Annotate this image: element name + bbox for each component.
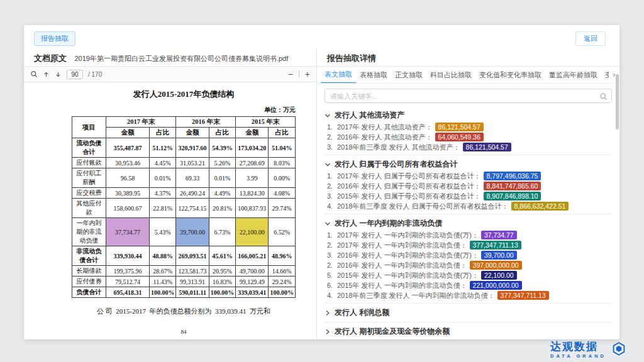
table-cell: 269,093.51 [176, 246, 209, 266]
tab-2[interactable]: 表格抽取 [356, 67, 391, 84]
col-subheader: 金额 [236, 128, 269, 138]
table-cell: 5.26% [209, 158, 236, 168]
item-label: 2018年前三季度 发行人 其他流动资产： [337, 143, 460, 152]
section-header[interactable]: 发行人 其他流动资产 [325, 109, 612, 122]
table-cell: 0.00% [269, 168, 296, 188]
table-cell: 96.58 [106, 168, 149, 188]
row-label: 流动负债合计 [72, 138, 106, 158]
keyword-search-input[interactable] [325, 89, 612, 103]
item-index: 6. [327, 282, 335, 289]
chevron-right-icon[interactable] [325, 310, 331, 316]
document-page-number: 84 [72, 329, 296, 335]
main-panels: 文档原文 2019年第一期贵阳白云工业发展投资有限公司公司债券募集说明书.pdf… [24, 49, 619, 339]
section-header[interactable]: 发行人 一年内到期的非流动负债 [325, 217, 612, 230]
table-cell: 30,953.46 [106, 158, 149, 168]
page-down-icon[interactable] [55, 71, 62, 78]
table-cell: 166,005.21 [236, 246, 269, 266]
document-paragraph: 公 司 2015-2017 年的负债总额分别为 339,039.41 万元和 [72, 307, 296, 316]
section-title: 发行人 一年内到期的非流动负债 [335, 218, 442, 229]
tab-5[interactable]: 变化值和变化率抽取 [475, 67, 545, 84]
highlighted-cell[interactable]: 37,734.77 [106, 218, 149, 246]
table-cell: 122,754.15 [176, 199, 209, 218]
value-badge[interactable]: 8,797,496,036.75 [484, 172, 541, 180]
extraction-item: 5.2015年 发行人 一年内到期的非流动负债(万)：22,100.00 [325, 270, 612, 280]
value-badge[interactable]: 86,121,504.57 [435, 123, 484, 131]
tab-6[interactable]: 董监高年龄抽取 [545, 67, 601, 84]
section-title: 发行人 其他流动资产 [335, 110, 404, 121]
search-icon[interactable] [599, 92, 608, 103]
chevron-down-icon[interactable] [325, 221, 331, 227]
pdf-page: 发行人2015-2017年负债结构 单位：万元 项目2017 年末2016 年末… [24, 82, 316, 339]
table-cell: 4.08% [269, 188, 296, 199]
row-label: 应付账款 [72, 158, 106, 168]
value-badge[interactable]: 8,841,747,865.60 [484, 182, 541, 190]
tab-1[interactable]: 表文抽取 [321, 67, 356, 84]
table-row: 应交税费30,389.954.37%26,490.244.49%13,824.3… [72, 188, 296, 199]
back-button[interactable]: 返回 [575, 31, 606, 46]
table-row: 负债合计695,418.31100.00%590,011.11100.00%33… [72, 287, 296, 298]
table-cell: 69.33 [176, 168, 209, 188]
highlighted-cell[interactable]: 39,700.00 [176, 218, 209, 246]
table-cell: 6.52% [269, 218, 296, 246]
item-index: 5. [327, 272, 335, 279]
section-header[interactable]: 发行人 利润总额 [325, 306, 612, 319]
pdf-toolbar: / 170 − + [24, 67, 316, 82]
table-cell: 5.43% [149, 218, 176, 246]
page-number-input[interactable] [67, 70, 83, 79]
value-badge[interactable]: 22,100.00 [481, 271, 517, 280]
value-badge[interactable]: 39,700.00 [481, 251, 517, 260]
zoom-in-button[interactable]: + [305, 70, 310, 79]
col-subheader: 金额 [106, 128, 149, 138]
value-badge[interactable]: 221,000,000.00 [470, 281, 522, 290]
item-index: 1. [327, 172, 335, 180]
table-cell: 99,129.49 [236, 277, 269, 287]
chevron-down-icon[interactable] [325, 162, 331, 168]
table-cell: 199,375.96 [106, 266, 149, 277]
section-title: 发行人 归属于母公司所有者权益合计 [335, 159, 457, 170]
tab-3[interactable]: 正文抽取 [391, 67, 426, 84]
page-up-icon[interactable] [43, 71, 50, 78]
value-badge[interactable]: 397,000,000.00 [470, 261, 522, 270]
search-icon[interactable] [30, 70, 38, 78]
zoom-out-button[interactable]: − [288, 70, 293, 79]
value-badge[interactable]: 377,347,711.13 [497, 291, 549, 300]
chevron-down-icon[interactable] [325, 112, 331, 119]
extraction-item: 1.2017年 发行人 一年内到期的非流动负债(万)：37,734.77 [325, 230, 612, 240]
col-header-year: 2017 年末 [106, 117, 176, 128]
extraction-item: 6.2015年 发行人 一年内到期的非流动负债：221,000,000.00 [325, 280, 612, 290]
table-row: 应付职工薪酬96.580.01%69.330.01%3.990.00% [72, 168, 296, 188]
table-cell: 48.96% [269, 246, 296, 266]
table-row: 一年内到期的非流动负债37,734.775.43%39,700.006.73%2… [72, 218, 296, 246]
value-badge[interactable]: 64,060,549.36 [435, 133, 484, 141]
row-label: 长期借款 [72, 266, 106, 277]
value-badge[interactable]: 37,734.77 [481, 231, 517, 239]
col-subheader: 占比 [269, 128, 296, 138]
table-cell: 339,039.41 [236, 287, 269, 298]
chevron-right-icon[interactable] [325, 329, 331, 335]
top-bar: 报告抽取 返回 [24, 25, 619, 49]
extraction-section: 发行人 其他流动资产1.2017年 发行人 其他流动资产：86,121,504.… [325, 106, 612, 155]
tab-4[interactable]: 科目占比抽取 [426, 67, 475, 84]
value-badge[interactable]: 377,347,711.13 [470, 241, 521, 250]
table-cell: 29.74% [269, 199, 296, 218]
highlighted-cell[interactable]: 22,100.00 [236, 218, 269, 246]
table-row: 应付债券79,512.7411.43%99,313.9116.83%99,129… [72, 277, 296, 287]
extraction-item: 2.2016年 发行人 归属于母公司所有者权益合计：8,841,747,865.… [325, 181, 612, 191]
table-cell: 695,418.31 [106, 287, 149, 298]
report-extract-button[interactable]: 报告抽取 [34, 31, 75, 46]
row-label: 应付职工薪酬 [72, 168, 106, 188]
table-cell: 4.49% [209, 188, 236, 199]
section-header[interactable]: 发行人 归属于母公司所有者权益合计 [325, 158, 612, 171]
row-label: 应付债券 [72, 277, 106, 287]
table-cell: 355,487.87 [106, 138, 149, 158]
table-cell: 26,490.24 [176, 188, 209, 199]
table-cell: 320,917.60 [176, 138, 209, 158]
scrollbar[interactable] [616, 74, 619, 129]
value-badge[interactable]: 86,121,504.57 [463, 143, 511, 151]
toolbar-divider [299, 70, 299, 78]
value-badge[interactable]: 8,866,632,422.51 [511, 202, 569, 211]
table-cell: 100.00% [209, 287, 236, 298]
col-header-year: 2016 年末 [176, 117, 236, 128]
section-header[interactable]: 发行人 期初现金及现金等价物余额 [325, 325, 612, 338]
value-badge[interactable]: 8,907,846,898.10 [484, 192, 541, 200]
